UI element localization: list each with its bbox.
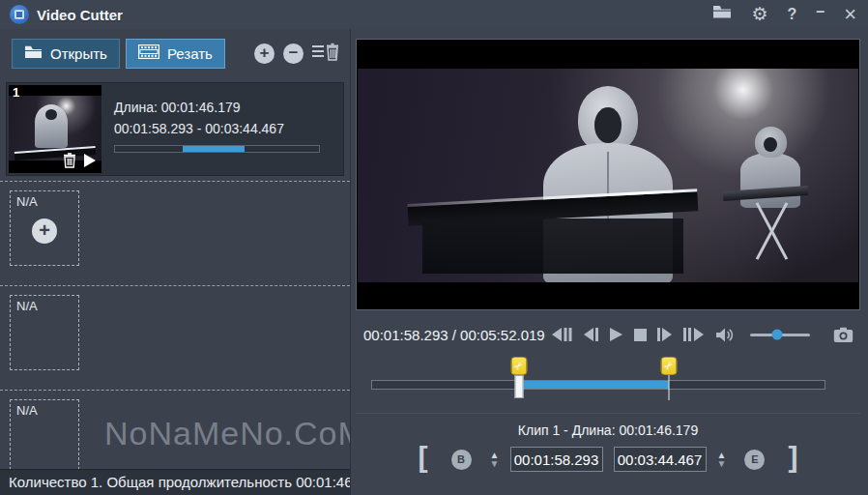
video-frame — [356, 39, 860, 310]
volume-icon[interactable] — [715, 327, 735, 343]
video-keyboard-stand — [743, 199, 798, 263]
clip-list-panel: Открыть Резать + − — [0, 29, 351, 495]
film-strip-icon — [138, 44, 159, 62]
left-toolbar: Открыть Резать + − — [0, 29, 350, 77]
settings-gear-icon[interactable]: ⚙ — [751, 5, 767, 24]
frame-forward-icon[interactable] — [657, 327, 673, 342]
playback-time-label: 00:01:58.293 / 00:05:52.019 — [363, 327, 545, 343]
open-button-label: Открыть — [50, 45, 107, 62]
play-icon[interactable] — [609, 327, 623, 342]
close-icon[interactable]: × — [844, 6, 856, 23]
empty-slot-label: N/A — [16, 299, 38, 313]
stepper-down-icon[interactable]: ▼ — [490, 460, 500, 468]
watermark-text: NoNaMeNo.CoM — [104, 415, 350, 452]
start-time-input[interactable] — [510, 447, 603, 472]
end-time-stepper[interactable]: ▲ ▼ — [717, 451, 727, 468]
clip-editor: Клип 1 - Длина: 00:01:46.179 [ B ▲ ▼ ▲ ▼… — [356, 413, 860, 472]
delete-clip-icon[interactable] — [63, 153, 76, 172]
empty-row: N/A + — [0, 182, 350, 286]
add-slot-icon[interactable]: + — [32, 218, 57, 244]
video-preview — [358, 69, 858, 282]
open-bracket-label: [ — [419, 446, 428, 469]
volume-slider[interactable] — [750, 334, 810, 336]
set-begin-button[interactable]: B — [451, 450, 472, 470]
folder-icon[interactable] — [712, 5, 732, 24]
frame-back-icon[interactable] — [583, 327, 598, 342]
minimize-icon[interactable]: – — [816, 2, 825, 21]
status-bar: Количество 1. Общая продолжительность 00… — [0, 469, 350, 495]
skip-forward-icon[interactable] — [683, 327, 705, 342]
clear-list-icon[interactable] — [312, 43, 338, 65]
preview-play-icon[interactable] — [83, 153, 97, 172]
empty-slot-1[interactable]: N/A + — [10, 190, 79, 266]
clip-length-label: Длина: 00:01:46.179 — [114, 100, 332, 115]
open-button[interactable]: Открыть — [12, 39, 120, 69]
empty-slot-label: N/A — [16, 194, 38, 209]
empty-slot-label: N/A — [16, 403, 38, 418]
preview-panel: 00:01:58.293 / 00:05:52.019 — [351, 29, 868, 495]
empty-slot-2[interactable]: N/A — [10, 295, 79, 370]
open-folder-icon — [24, 45, 43, 62]
empty-row: N/A — [0, 286, 350, 391]
skip-back-icon[interactable] — [551, 327, 572, 342]
cut-button[interactable]: Резать — [126, 39, 225, 69]
stop-icon[interactable] — [634, 329, 647, 341]
playback-controls: 00:01:58.293 / 00:05:52.019 — [356, 317, 860, 352]
remove-clip-button[interactable]: − — [283, 44, 304, 64]
trim-slider: ✂ ✂ — [356, 353, 860, 413]
playhead-marker[interactable] — [514, 375, 523, 398]
thumbnail-image — [9, 96, 101, 160]
app-logo-icon — [10, 5, 29, 24]
trim-start-handle[interactable]: ✂ — [510, 357, 527, 375]
stepper-down-icon[interactable]: ▼ — [717, 460, 727, 468]
volume-slider-thumb[interactable] — [771, 330, 782, 340]
snapshot-camera-icon[interactable] — [833, 327, 854, 343]
trim-end-handle[interactable]: ✂ — [660, 357, 677, 375]
clip-thumbnail[interactable]: 1 — [9, 85, 101, 173]
close-bracket-label: ] — [788, 446, 797, 469]
app-window: Video Cutter ⚙ ? – × Открыть — [0, 0, 868, 495]
start-time-stepper[interactable]: ▲ ▼ — [490, 451, 500, 468]
clip-item-1[interactable]: 1 — [6, 82, 344, 176]
title-bar: Video Cutter ⚙ ? – × — [0, 0, 868, 29]
scissors-icon: ✂ — [662, 359, 676, 372]
clip-row: 1 — [0, 77, 350, 182]
clip-index-badge: 1 — [13, 85, 19, 100]
set-end-button[interactable]: E — [744, 450, 765, 470]
clip-range-label: 00:01:58.293 - 00:03:44.467 — [114, 121, 332, 136]
clip-progress-fill — [183, 146, 245, 152]
scissors-icon: ✂ — [512, 359, 526, 372]
empty-slot-3[interactable]: N/A — [10, 399, 79, 469]
cut-button-label: Резать — [167, 45, 213, 62]
trim-end-marker — [668, 375, 669, 400]
video-table-stand — [422, 218, 682, 274]
end-time-input[interactable] — [614, 447, 707, 472]
help-icon[interactable]: ? — [787, 5, 796, 24]
add-clip-button[interactable]: + — [254, 44, 275, 64]
clip-list: 1 — [0, 77, 350, 469]
clip-progress-bar — [114, 145, 320, 153]
window-title: Video Cutter — [37, 7, 123, 23]
clip-editor-title: Клип 1 - Длина: 00:01:46.179 — [356, 422, 860, 438]
